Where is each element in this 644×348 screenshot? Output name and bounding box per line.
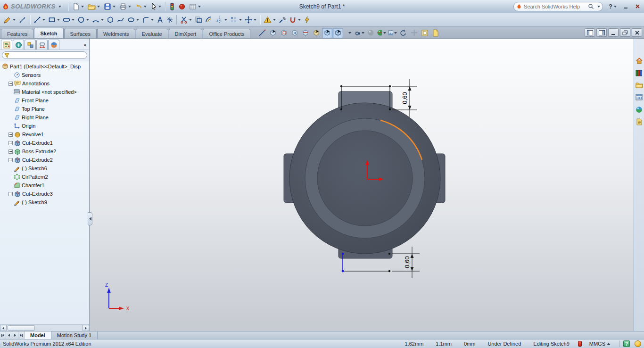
mirror-entities-button[interactable] bbox=[214, 14, 229, 26]
tree-item-top-plane[interactable]: Top Plane bbox=[0, 105, 89, 113]
normal-to-button[interactable] bbox=[322, 28, 332, 38]
graphics-area[interactable]: 0,60 0,60 bbox=[90, 39, 634, 331]
last-tab-button[interactable] bbox=[18, 331, 25, 339]
panel-overflow-button[interactable]: » bbox=[82, 42, 88, 48]
configuration-manager-tab[interactable] bbox=[25, 40, 36, 50]
search-icon[interactable] bbox=[588, 3, 594, 9]
options-button[interactable] bbox=[177, 1, 187, 12]
toggle-left-pane-button[interactable] bbox=[585, 28, 595, 37]
tree-item-cirpattern2[interactable]: CirPattern2 bbox=[0, 173, 89, 181]
tree-item-cut-extrude2[interactable]: Cut-Extrude2 bbox=[0, 156, 89, 164]
search-options-arrow-icon[interactable] bbox=[597, 6, 600, 8]
open-document-button[interactable] bbox=[86, 1, 102, 12]
repair-sketch-button[interactable] bbox=[277, 14, 288, 26]
display-style-button[interactable] bbox=[333, 28, 343, 38]
dimension-value-bottom[interactable]: 0,60 bbox=[404, 256, 411, 268]
3d-drawing-view-button[interactable] bbox=[420, 28, 430, 38]
tab-weldments[interactable]: Weldments bbox=[97, 29, 135, 38]
sheet-format-button[interactable] bbox=[430, 28, 441, 38]
sketch-endpoint[interactable] bbox=[388, 253, 390, 255]
move-entities-button[interactable] bbox=[243, 14, 258, 26]
toggle-right-pane-button[interactable] bbox=[596, 28, 607, 37]
tab-office-products[interactable]: Office Products bbox=[203, 29, 250, 38]
tree-filter-box[interactable] bbox=[2, 51, 87, 59]
select-button[interactable] bbox=[149, 1, 163, 12]
unit-system-button[interactable]: MMGS bbox=[589, 341, 611, 347]
feature-manager-tab[interactable] bbox=[1, 40, 12, 50]
status-help-icon[interactable]: ? bbox=[623, 340, 630, 347]
edit-appearance-button[interactable] bbox=[365, 28, 376, 38]
sketch-endpoint[interactable] bbox=[388, 270, 390, 272]
expand-icon[interactable] bbox=[8, 149, 13, 154]
tab-model[interactable]: Model bbox=[25, 331, 51, 339]
scroll-right-button[interactable] bbox=[83, 325, 89, 331]
tab-surfaces[interactable]: Surfaces bbox=[64, 29, 97, 38]
rectangle-tool-button[interactable] bbox=[47, 14, 61, 26]
tab-motion-study-1[interactable]: Motion Study 1 bbox=[51, 331, 98, 339]
circle-tool-button[interactable] bbox=[76, 14, 91, 26]
apply-scene-button[interactable] bbox=[376, 28, 387, 38]
custom-properties-button[interactable] bbox=[635, 117, 644, 126]
display-manager-tab[interactable] bbox=[48, 40, 59, 50]
slot-tool-button[interactable] bbox=[61, 14, 76, 26]
zoom-to-area-button[interactable] bbox=[279, 28, 289, 38]
close-app-button[interactable] bbox=[633, 1, 642, 12]
tree-root-part1[interactable]: Part1 (Default<<Default>_Disp bbox=[0, 62, 89, 71]
display-relations-button[interactable] bbox=[262, 14, 277, 26]
panel-collapse-handle[interactable] bbox=[88, 212, 92, 225]
dimension-value-top[interactable]: 0,60 bbox=[401, 92, 408, 104]
restore-window-button[interactable] bbox=[620, 28, 630, 37]
tree-item-annotations[interactable]: Annotations bbox=[0, 79, 89, 88]
dimxpert-manager-tab[interactable] bbox=[36, 40, 48, 50]
tree-item-sketch6[interactable]: (-) Sketch6 bbox=[0, 164, 89, 173]
appearances-scenes-button[interactable] bbox=[635, 105, 644, 114]
linear-pattern-button[interactable] bbox=[229, 14, 243, 26]
view-settings-button[interactable] bbox=[387, 28, 397, 38]
tree-item-material[interactable]: Material <not specified> bbox=[0, 88, 89, 96]
tree-item-front-plane[interactable]: Front Plane bbox=[0, 96, 89, 105]
file-explorer-button[interactable] bbox=[635, 80, 644, 90]
part-inner-face[interactable] bbox=[317, 131, 413, 226]
expand-icon[interactable] bbox=[8, 158, 13, 162]
tree-item-chamfer1[interactable]: Chamfer1 bbox=[0, 181, 89, 190]
scroll-left-button[interactable] bbox=[0, 325, 7, 331]
help-button[interactable]: ? bbox=[607, 1, 619, 12]
minimize-app-button[interactable] bbox=[621, 1, 630, 12]
model-view[interactable]: 0,60 0,60 bbox=[90, 39, 634, 331]
tab-sketch[interactable]: Sketch bbox=[34, 28, 63, 38]
rapid-sketch-button[interactable] bbox=[302, 14, 312, 26]
view-orientation-button[interactable] bbox=[311, 28, 322, 38]
rotate-view-button[interactable] bbox=[398, 28, 408, 38]
print-button[interactable] bbox=[117, 1, 133, 12]
display-style-dropdown[interactable] bbox=[344, 28, 354, 38]
search-input[interactable] bbox=[524, 4, 586, 9]
save-button[interactable] bbox=[102, 1, 117, 12]
search-box[interactable] bbox=[513, 2, 603, 11]
tree-item-cut-extrude1[interactable]: Cut-Extrude1 bbox=[0, 139, 89, 147]
expand-icon[interactable] bbox=[8, 141, 13, 145]
scrollbar-thumb[interactable] bbox=[8, 325, 35, 331]
file-properties-button[interactable] bbox=[187, 1, 203, 12]
fillet-tool-button[interactable] bbox=[140, 14, 155, 26]
rebuild-button[interactable] bbox=[167, 1, 177, 12]
expand-icon[interactable] bbox=[8, 82, 13, 86]
tree-item-right-plane[interactable]: Right Plane bbox=[0, 113, 89, 122]
previous-view-button[interactable] bbox=[289, 28, 300, 38]
tree-item-boss-extrude2[interactable]: Boss-Extrude2 bbox=[0, 147, 89, 156]
zoom-to-fit-button[interactable] bbox=[268, 28, 278, 38]
tree-filter-input[interactable] bbox=[11, 53, 85, 58]
polygon-tool-button[interactable] bbox=[105, 14, 116, 26]
pan-view-button[interactable] bbox=[409, 28, 419, 38]
previous-tab-button[interactable] bbox=[6, 331, 12, 339]
next-tab-button[interactable] bbox=[12, 331, 18, 339]
tree-item-origin[interactable]: Origin bbox=[0, 122, 89, 130]
view-palette-button[interactable] bbox=[635, 92, 644, 102]
quick-tips-icon[interactable] bbox=[635, 340, 641, 347]
point-tool-button[interactable] bbox=[165, 14, 174, 26]
new-document-button[interactable] bbox=[70, 1, 86, 12]
sketch-endpoint-blue[interactable] bbox=[342, 253, 344, 255]
tab-evaluate[interactable]: Evaluate bbox=[136, 29, 168, 38]
property-manager-tab[interactable] bbox=[13, 40, 24, 50]
sketch-text-button[interactable] bbox=[155, 14, 165, 26]
minimize-window-button[interactable] bbox=[608, 28, 619, 37]
